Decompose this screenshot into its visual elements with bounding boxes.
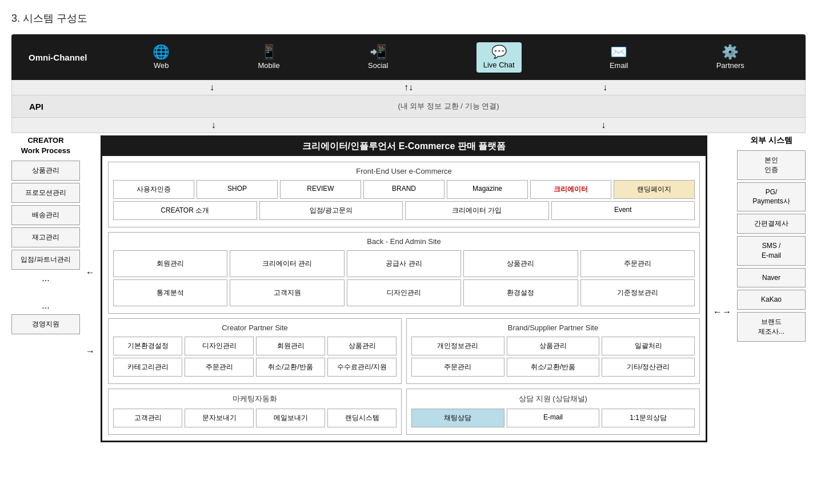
left-panel: CREATOR Work Process 상품관리 프로모션관리 배송관리 재고…	[11, 135, 80, 442]
left-item-1: 상품관리	[11, 161, 80, 181]
frontend-row1: 사용자인증 SHOP REVIEW BRAND Magazine 크리에이터 랜…	[113, 180, 695, 199]
consulting-block: 상담 지원 (상담채널) 채팅상담 E-mail 1:1문의상담	[406, 389, 700, 435]
be-cell-9: 환경설정	[463, 279, 578, 306]
bp-cell-6: 기타/정산관리	[602, 358, 695, 377]
api-bar: API (내 외부 정보 교환 / 기능 연결)	[11, 95, 806, 118]
social-icon: 📲	[370, 45, 387, 59]
cp-cell-1: 기본환경설정	[113, 337, 182, 355]
fe-cell-r2-3: 크리에이터 가입	[405, 201, 549, 220]
cs-cell-1: 채팅상담	[411, 409, 504, 427]
channel-livechat: 💬 Live Chat	[476, 42, 522, 73]
fe-cell-5: Magazine	[447, 180, 528, 199]
livechat-icon: 💬	[491, 46, 507, 58]
right-item-7: 브랜드제조사...	[737, 312, 806, 342]
page-title: 3. 시스템 구성도	[11, 11, 806, 25]
cp-cell-3: 회원관리	[256, 337, 325, 355]
left-item-2: 프로모션관리	[11, 183, 80, 203]
channel-partners-label: Partners	[716, 61, 744, 70]
right-arrow-icon: ←→	[713, 307, 731, 317]
arrows-api-main: ↓ ↓	[11, 118, 806, 133]
arrow-down-1: ↓	[210, 82, 214, 93]
arrow-down-6: ↓	[601, 120, 606, 130]
be-cell-7: 고객지원	[230, 279, 344, 306]
omni-label: Omni-Channel	[29, 53, 109, 62]
cp-cell-4: 상품관리	[327, 337, 397, 355]
creator-partner: Creator Partner Site 기본환경설정 디자인관리 회원관리 상…	[108, 318, 402, 384]
fe-cell-r2-4: Event	[551, 201, 695, 220]
channel-mobile: 📱 Mobile	[258, 45, 279, 70]
frontend-row2: CREATOR 소개 입점/광고문의 크리에이터 가입 Event	[113, 201, 695, 220]
be-cell-8: 디자인관리	[347, 279, 461, 306]
fe-cell-r2-2: 입점/광고문의	[259, 201, 403, 220]
left-item-5: 입점/파트너관리	[11, 250, 80, 270]
right-arrow-connector: ←→	[713, 135, 731, 442]
bp-cell-1: 개인정보관리	[411, 337, 504, 355]
bp-row2: 주문관리 취소/교환/반품 기타/정산관리	[411, 358, 695, 377]
left-panel-title: CREATOR Work Process	[11, 135, 80, 156]
web-icon: 🌐	[153, 45, 170, 59]
fe-cell-4: BRAND	[363, 180, 444, 199]
fe-cell-1: 사용자인증	[113, 180, 194, 199]
channel-web: 🌐 Web	[153, 45, 170, 70]
left-arrow-icon2: →	[86, 346, 95, 357]
cp-cell-6: 주문관리	[185, 358, 254, 377]
cs-cell-2: E-mail	[507, 409, 600, 427]
arrow-down-3: ↓	[603, 82, 607, 93]
channel-livechat-label: Live Chat	[483, 61, 515, 69]
main-row: CREATOR Work Process 상품관리 프로모션관리 배송관리 재고…	[11, 135, 806, 442]
marketing-title: 마케팅자동화	[113, 394, 397, 404]
mk-cell-3: 메일보내기	[256, 409, 325, 427]
cp-cell-2: 디자인관리	[185, 337, 254, 355]
be-cell-6: 통계분석	[113, 279, 227, 306]
cp-row2: 카테고리관리 주문관리 취소/교환/반품 수수료관리/지원	[113, 358, 397, 377]
fe-cell-landing: 랜딩페이지	[614, 180, 695, 199]
channel-mobile-label: Mobile	[258, 61, 279, 70]
bp-cell-5: 취소/교환/반품	[507, 358, 600, 377]
backend-section: Back - End Admin Site 회원관리 크리에이터 관리 공급사 …	[108, 232, 700, 314]
api-label: API	[29, 102, 109, 111]
mk-cell-2: 문자보내기	[185, 409, 254, 427]
bp-row1: 개인정보관리 상품관리 일괄처리	[411, 337, 695, 355]
fe-cell-r2-1: CREATOR 소개	[113, 201, 257, 220]
right-panel: 외부 시스템 본인인증 PG/Payments사 간편결제사 SMS /E-ma…	[737, 135, 806, 442]
left-bottom-label: 경영지원	[11, 314, 80, 334]
cp-row1: 기본환경설정 디자인관리 회원관리 상품관리	[113, 337, 397, 355]
creator-partner-title: Creator Partner Site	[113, 323, 397, 332]
platform-title: 크리에이터/인플루언서 E-Commerce 판매 플랫폼	[102, 137, 706, 156]
channel-email: ✉️ Email	[610, 45, 628, 70]
be-cell-5: 주문관리	[580, 250, 695, 277]
cp-cell-7: 취소/교환/반품	[256, 358, 325, 377]
cs-cell-3: 1:1문의상담	[602, 409, 695, 427]
frontend-section: Front-End User e-Commerce 사용자인증 SHOP REV…	[108, 162, 700, 227]
right-item-1: 본인인증	[737, 150, 806, 180]
left-item-4: 재고관리	[11, 227, 80, 247]
backend-row1: 회원관리 크리에이터 관리 공급사 관리 상품관리 주문관리	[113, 250, 695, 277]
brand-partner: Brand/Supplier Partner Site 개인정보관리 상품관리 …	[406, 318, 700, 384]
left-bottom-dots: ...	[11, 301, 80, 311]
right-item-4: SMS /E-mail	[737, 236, 806, 266]
omni-channels: 🌐 Web 📱 Mobile 📲 Social 💬 Live Chat ✉️ E…	[109, 42, 788, 73]
fe-cell-3: REVIEW	[280, 180, 361, 199]
channel-social-label: Social	[368, 61, 388, 70]
right-item-6: KaKao	[737, 290, 806, 310]
marketing-block: 마케팅자동화 고객관리 문자보내기 메일보내기 랜딩시스템	[108, 389, 402, 435]
api-desc: (내 외부 정보 교환 / 기능 연결)	[109, 101, 788, 111]
left-arrow-connector: ← →	[86, 135, 95, 442]
fe-cell-6: 크리에이터	[530, 180, 611, 199]
email-icon: ✉️	[610, 45, 627, 59]
arrow-down-2: ↑↓	[404, 82, 413, 93]
left-item-3: 배송관리	[11, 205, 80, 225]
marketing-row: 고객관리 문자보내기 메일보내기 랜딩시스템	[113, 409, 397, 427]
backend-title: Back - End Admin Site	[113, 237, 695, 246]
arrow-down-4: ↓	[211, 120, 216, 130]
omni-channel-bar: Omni-Channel 🌐 Web 📱 Mobile 📲 Social 💬 L…	[11, 34, 806, 80]
right-item-5: Naver	[737, 268, 806, 288]
partner-row: Creator Partner Site 기본환경설정 디자인관리 회원관리 상…	[108, 318, 700, 384]
consulting-row: 채팅상담 E-mail 1:1문의상담	[411, 409, 695, 427]
center-platform: 크리에이터/인플루언서 E-Commerce 판매 플랫폼 Front-End …	[101, 135, 707, 442]
frontend-title: Front-End User e-Commerce	[113, 167, 695, 175]
bp-cell-2: 상품관리	[507, 337, 600, 355]
mobile-icon: 📱	[261, 45, 278, 59]
mk-cell-4: 랜딩시스템	[327, 409, 397, 427]
cp-cell-5: 카테고리관리	[113, 358, 182, 377]
